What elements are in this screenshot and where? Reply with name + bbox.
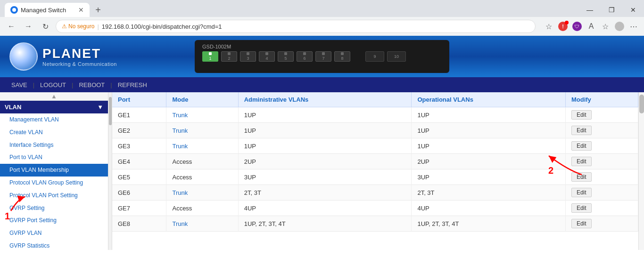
edit-button-ge7[interactable]: Edit <box>571 203 592 213</box>
extension-icon-1[interactable]: ! <box>557 21 569 32</box>
profile-icon[interactable] <box>614 21 625 32</box>
maximize-button[interactable]: ❐ <box>601 1 622 18</box>
sfp-port-9: 9 <box>365 51 384 62</box>
cell-admin-vlans: 2UP <box>238 154 412 169</box>
active-tab[interactable]: Managed Switch ✕ <box>5 3 90 17</box>
col-header-modify: Modify <box>565 92 638 107</box>
sidebar-section-vlan[interactable]: VLAN ▼ <box>0 101 108 113</box>
browser-chrome: Managed Switch ✕ + — ❐ ✕ ← → ↻ ⚠ No segu… <box>0 0 644 36</box>
annotation-arrow-1 <box>8 194 27 215</box>
sidebar-item-gvrp-vlan[interactable]: GVRP VLAN <box>0 227 108 240</box>
cell-op-vlans: 3UP <box>412 169 566 185</box>
cell-op-vlans: 2UP <box>412 154 566 169</box>
sidebar-item-gvrp-statistics[interactable]: GVRP Statistics <box>0 240 108 250</box>
translate-icon[interactable]: A <box>586 21 597 32</box>
reload-button[interactable]: ↻ <box>39 20 52 33</box>
security-warning: ⚠ No seguro <box>62 23 94 30</box>
col-header-port: Port <box>112 92 166 107</box>
cell-modify: Edit <box>565 185 638 201</box>
refresh-button[interactable]: REFRESH <box>114 81 151 88</box>
sfp-port-10: 10 <box>387 51 406 62</box>
annotation-arrow-2 <box>544 149 591 178</box>
window-controls: — ❐ ✕ <box>579 1 644 18</box>
forward-button[interactable]: → <box>22 20 35 33</box>
planet-brand: PLANET Networking & Communication <box>42 46 117 67</box>
minimize-button[interactable]: — <box>579 1 601 18</box>
sidebar-item-interface-settings[interactable]: Interface Settings <box>0 139 108 152</box>
table-row: GE6 Trunk 2T, 3T 2T, 3T Edit <box>112 185 638 201</box>
cell-port: GE2 <box>112 123 166 138</box>
edit-button-ge6[interactable]: Edit <box>571 188 592 197</box>
sidebar-scrollbar[interactable] <box>108 92 112 250</box>
menu-icon[interactable]: ⋯ <box>628 21 639 32</box>
cell-op-vlans: 1UP <box>412 138 566 154</box>
toolbar-sep-1: | <box>32 81 35 88</box>
planet-tagline: Networking & Communication <box>42 61 117 67</box>
cell-op-vlans: 1UP, 2T, 3T, 4T <box>412 216 566 232</box>
cell-mode: Access <box>166 169 238 185</box>
new-tab-button[interactable]: + <box>91 3 105 16</box>
tab-close-icon[interactable]: ✕ <box>78 6 84 14</box>
url-bar[interactable]: ⚠ No seguro | 192.168.0.100/cgi-bin/disp… <box>56 20 536 33</box>
sidebar-item-port-to-vlan[interactable]: Port to VLAN <box>0 151 108 164</box>
save-button[interactable]: SAVE <box>8 81 31 88</box>
address-bar: ← → ↻ ⚠ No seguro | 192.168.0.100/cgi-bi… <box>0 17 644 36</box>
url-text: 192.168.0.100/cgi-bin/dispatcher.cgi?cmd… <box>102 23 222 30</box>
port-4: 4 <box>259 51 275 62</box>
close-button[interactable]: ✕ <box>622 1 644 18</box>
reboot-button[interactable]: REBOOT <box>75 81 108 88</box>
right-scrollbar[interactable] <box>638 92 644 250</box>
planet-logo: PLANET Networking & Communication <box>9 42 117 71</box>
sidebar-item-gvrp-port-setting[interactable]: GVRP Port Setting <box>0 214 108 227</box>
sidebar-item-port-vlan-membership[interactable]: Port VLAN Membership <box>0 164 108 177</box>
port-8: 8 <box>334 51 350 62</box>
edit-button-ge1[interactable]: Edit <box>571 110 592 120</box>
back-button[interactable]: ← <box>5 20 18 33</box>
tab-favicon <box>10 6 18 14</box>
toolbar-sep-2: | <box>71 81 74 88</box>
sidebar-scroll-up[interactable]: ▲ <box>0 92 108 101</box>
cell-modify: Edit <box>565 216 638 232</box>
cell-admin-vlans: 4UP <box>238 201 412 216</box>
svg-point-0 <box>12 8 16 12</box>
url-separator: | <box>97 23 99 30</box>
edit-button-ge8[interactable]: Edit <box>571 219 592 228</box>
sidebar-item-protocol-vlan-group[interactable]: Protocol VLAN Group Setting <box>0 177 108 189</box>
cell-admin-vlans: 1UP <box>238 123 412 138</box>
logout-button[interactable]: LOGOUT <box>36 81 70 88</box>
edit-button-ge2[interactable]: Edit <box>571 126 592 135</box>
cell-port: GE8 <box>112 216 166 232</box>
bookmark-icon[interactable]: ☆ <box>543 21 554 32</box>
extension-icon-2[interactable]: 🛡 <box>571 21 583 32</box>
cell-op-vlans: 1UP <box>412 123 566 138</box>
cell-port: GE6 <box>112 185 166 201</box>
app-toolbar: SAVE | LOGOUT | REBOOT | REFRESH <box>0 77 644 92</box>
switch-device: GSD-1002M 1 2 3 4 5 <box>195 40 449 73</box>
content-area: Port Mode Administrative VLANs Operation… <box>112 92 638 250</box>
vlan-section-label: VLAN <box>5 104 21 111</box>
tab-title: Managed Switch <box>21 7 66 14</box>
col-header-mode: Mode <box>166 92 238 107</box>
main-layout: ▲ VLAN ▼ Management VLAN Create VLAN Int… <box>0 92 644 250</box>
cell-modify: Edit <box>565 107 638 123</box>
tab-bar: Managed Switch ✕ + — ❐ ✕ <box>0 0 644 17</box>
planet-name: PLANET <box>42 46 117 61</box>
cell-op-vlans: 4UP <box>412 201 566 216</box>
planet-globe-icon <box>9 42 38 71</box>
sidebar-item-create-vlan[interactable]: Create VLAN <box>0 126 108 139</box>
cell-port: GE1 <box>112 107 166 123</box>
app-header: PLANET Networking & Communication GSD-10… <box>0 36 644 77</box>
cell-admin-vlans: 3UP <box>238 169 412 185</box>
favorites-icon[interactable]: ☆ <box>600 21 611 32</box>
sidebar-item-management-vlan[interactable]: Management VLAN <box>0 113 108 126</box>
cell-mode: Access <box>166 154 238 169</box>
col-header-op-vlans: Operational VLANs <box>412 92 566 107</box>
cell-mode: Access <box>166 201 238 216</box>
table-row: GE7 Access 4UP 4UP Edit <box>112 201 638 216</box>
col-header-admin-vlans: Administrative VLANs <box>238 92 412 107</box>
port-1: 1 <box>202 51 218 62</box>
port-5: 5 <box>278 51 294 62</box>
cell-modify: Edit <box>565 123 638 138</box>
cell-admin-vlans: 1UP <box>238 107 412 123</box>
cell-op-vlans: 2T, 3T <box>412 185 566 201</box>
